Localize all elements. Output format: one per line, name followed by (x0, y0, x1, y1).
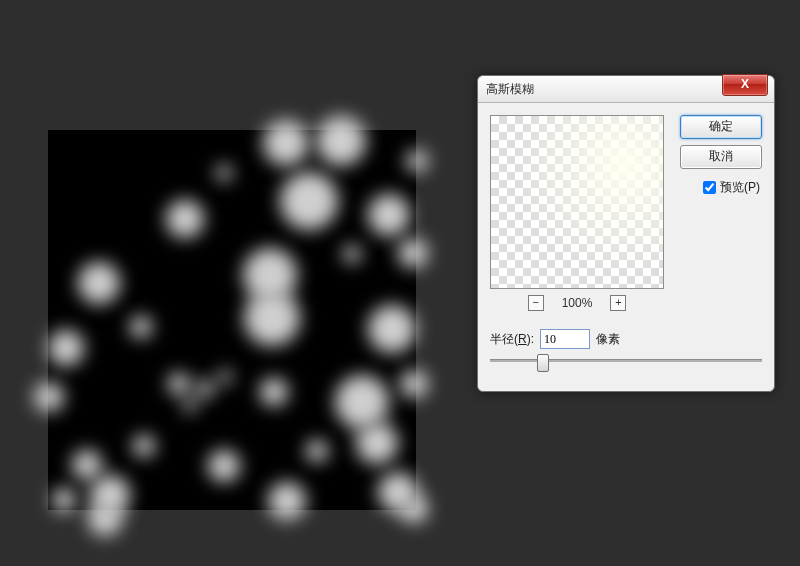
radius-row: 半径(R): 像素 (490, 329, 620, 349)
blur-dot (244, 290, 300, 346)
blur-dot (216, 165, 232, 181)
blur-dot (335, 375, 389, 429)
blur-dot (130, 316, 152, 338)
zoom-out-button[interactable]: − (528, 295, 544, 311)
blur-dot (166, 200, 204, 238)
radius-label: 半径(R): (490, 331, 534, 348)
close-button[interactable]: X (722, 74, 768, 96)
zoom-in-button[interactable]: + (610, 295, 626, 311)
preview-pane[interactable] (490, 115, 664, 289)
blur-dot (183, 398, 197, 412)
blur-dot (406, 150, 428, 172)
blur-dot (34, 382, 64, 412)
zoom-controls: − 100% + (490, 295, 664, 311)
blur-dot (78, 262, 120, 304)
cancel-button[interactable]: 取消 (680, 145, 762, 169)
radius-slider[interactable] (490, 353, 762, 367)
preview-checkbox-input[interactable] (703, 181, 716, 194)
radius-input[interactable] (540, 329, 590, 349)
zoom-value: 100% (557, 296, 597, 310)
blur-dot (52, 488, 76, 512)
gaussian-blur-dialog: 高斯模糊 X − 100% + 确定 取消 预览(P) 半径(R): 像素 (477, 75, 775, 392)
blur-dot (260, 378, 288, 406)
canvas-preview (48, 130, 416, 510)
blur-dot (168, 373, 190, 395)
radius-unit: 像素 (596, 331, 620, 348)
blur-dot (400, 495, 428, 523)
blur-dot (268, 482, 306, 520)
blur-dot (306, 440, 328, 462)
dialog-title: 高斯模糊 (486, 81, 534, 98)
blur-dot (48, 330, 84, 366)
blur-dot (263, 120, 309, 166)
blur-dot (343, 245, 361, 263)
blur-dot (398, 238, 428, 268)
blur-dot (356, 422, 398, 464)
blur-dot (368, 305, 416, 353)
blur-dot (218, 370, 232, 384)
blur-dot (316, 116, 366, 166)
blur-dot (133, 435, 155, 457)
blur-dot (400, 370, 428, 398)
dialog-body: − 100% + 确定 取消 预览(P) 半径(R): 像素 (478, 103, 774, 377)
blur-dot (196, 380, 214, 398)
slider-thumb[interactable] (537, 354, 549, 372)
preview-checkbox-label: 预览(P) (720, 179, 760, 196)
blur-dot (208, 450, 240, 482)
preview-checkbox[interactable]: 预览(P) (703, 179, 760, 196)
slider-track (490, 359, 762, 362)
blur-dot (280, 172, 338, 230)
ok-button[interactable]: 确定 (680, 115, 762, 139)
blur-dot (72, 450, 102, 480)
blur-dot (88, 502, 122, 536)
dialog-titlebar[interactable]: 高斯模糊 X (478, 76, 774, 103)
blur-dot (368, 194, 410, 236)
